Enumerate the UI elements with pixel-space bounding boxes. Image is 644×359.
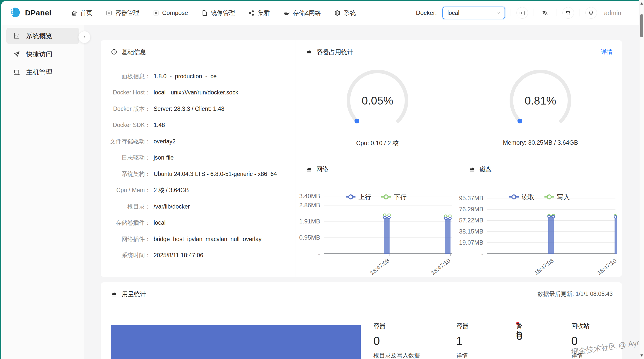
info-label: 文件存储驱动：	[101, 138, 151, 145]
legend-item[interactable]: 写入	[544, 193, 570, 200]
sidebar-item-overview[interactable]: 系统概览	[6, 28, 79, 44]
container-stats-panel: 容器占用统计 详情 0.05%Cpu: 0.10 / 2 核0.81%Memor…	[296, 40, 622, 277]
legend-item[interactable]: 上行	[346, 193, 371, 200]
info-value: bridge host ipvlan macvlan null overlay	[154, 236, 261, 243]
sidebar-item-host[interactable]: 主机管理	[6, 64, 79, 80]
nav-item-container[interactable]: 容器管理	[106, 9, 139, 17]
compose-icon	[153, 10, 159, 16]
warning-dot-icon: 警告	[516, 322, 519, 325]
info-value: 1.48	[154, 122, 165, 129]
scrollbar-down-arrow-icon[interactable]	[640, 354, 643, 357]
divider	[534, 9, 534, 16]
area-chart-icon	[306, 166, 312, 172]
svg-text:18:47:08: 18:47:08	[533, 257, 555, 276]
nav-item-label: Compose	[162, 9, 188, 16]
stat-label: 容器	[373, 322, 420, 330]
nav-item-gear[interactable]: 系统	[334, 9, 356, 17]
info-row: Docker 版本：Server: 28.3.3 / Client: 1.48	[101, 101, 296, 117]
divider	[580, 9, 580, 16]
cluster-icon	[248, 10, 255, 16]
nav-item-label: 镜像管理	[211, 9, 235, 17]
svg-text:3.40MB: 3.40MB	[299, 193, 320, 199]
legend-item[interactable]: 下行	[381, 193, 407, 200]
stat-col-2: 容器 1详情	[456, 306, 468, 359]
nav-item-home[interactable]: 首页	[71, 9, 92, 17]
gauge-caption: Cpu: 0.10 / 2 核	[356, 139, 399, 147]
mini-charts: 网络上行下行3.40MB2.86MB1.91MB0.95MB-18:47:081…	[296, 154, 622, 277]
info-value: overlay2	[154, 138, 176, 145]
docker-env-select[interactable]: local	[442, 7, 505, 19]
nav-item-label: 集群	[258, 9, 270, 17]
brand-name: DPanel	[25, 9, 52, 17]
info-label: Docker Host：	[101, 89, 151, 96]
svg-text:76.29MB: 76.29MB	[459, 206, 483, 213]
svg-text:写入: 写入	[557, 193, 570, 200]
tshirt-button[interactable]	[562, 7, 574, 19]
info-row: Docker SDK：1.48	[101, 117, 296, 134]
usage-body: 容器 0根目录及写入数据容器 1详情警告 0回收站 0详情	[101, 306, 622, 359]
sidebar-item-quick[interactable]: 快捷访问	[6, 46, 79, 62]
terminal-button[interactable]	[516, 7, 528, 19]
image-icon	[201, 10, 208, 16]
svg-text:38.15MB: 38.15MB	[459, 228, 483, 235]
stat-label: 容器	[456, 322, 468, 330]
brand[interactable]: DPanel	[9, 7, 52, 19]
usage-card: 用量统计 数据最后更新: 1/1/1 08:05:43 容器 0根目录及写入数据…	[101, 282, 622, 359]
area-chart-icon	[306, 48, 313, 55]
host-icon	[13, 68, 20, 76]
scrollbar-up-arrow-icon[interactable]	[640, 2, 643, 5]
info-label: 系统时间：	[101, 251, 151, 259]
info-label: 日志驱动：	[101, 154, 151, 162]
info-row: 系统架构：Ubuntu 24.04.3 LTS - 6.8.0-51-gener…	[101, 166, 296, 182]
nav-item-image[interactable]: 镜像管理	[201, 9, 235, 17]
whale-icon	[283, 10, 290, 16]
sidebar: 系统概览快捷访问主机管理	[1, 25, 84, 359]
translate-button[interactable]	[539, 7, 551, 19]
info-value: 2025/8/11 18:47:06	[154, 252, 203, 259]
svg-text:18:47:08: 18:47:08	[369, 257, 391, 276]
nav-item-label: 存储&网络	[293, 9, 321, 17]
info-label: 系统架构：	[101, 170, 151, 178]
chart-title: 网络	[316, 165, 328, 173]
nav-item-label: 容器管理	[115, 9, 139, 17]
sidebar-item-label: 主机管理	[26, 68, 52, 77]
nav-item-label: 首页	[80, 9, 92, 17]
usage-bar-chart	[111, 325, 361, 359]
usage-header: 用量统计 数据最后更新: 1/1/1 08:05:43	[101, 282, 622, 306]
container-stats-detail-link[interactable]: 详情	[601, 48, 613, 56]
svg-text:下行: 下行	[394, 193, 407, 200]
svg-text:上行: 上行	[359, 193, 371, 200]
info-value: 1.8.0 - production - ce	[154, 73, 217, 80]
main-content: 基础信息 面板信息：1.8.0 - production - ceDocker …	[84, 25, 644, 359]
bell-button[interactable]	[585, 7, 597, 19]
stat-col-3: 警告 0	[516, 306, 523, 343]
nav-item-compose[interactable]: Compose	[153, 9, 188, 16]
container-stats-title: 容器占用统计	[317, 48, 353, 56]
info-row: 网络插件：bridge host ipvlan macvlan null ove…	[101, 231, 296, 247]
stat-detail-link[interactable]: 详情	[456, 352, 468, 359]
docker-select-label: Docker:	[416, 9, 437, 16]
svg-text:57.22MB: 57.22MB	[459, 217, 483, 224]
sidebar-collapse-button[interactable]	[78, 31, 90, 43]
info-row: 日志驱动：json-file	[101, 150, 296, 166]
stat-value: 0	[373, 334, 420, 348]
scrollbar-thumb[interactable]	[640, 14, 643, 37]
current-user[interactable]: admin	[604, 9, 621, 17]
basic-info-panel: 基础信息 面板信息：1.8.0 - production - ceDocker …	[101, 40, 296, 277]
info-value: Server: 28.3.3 / Client: 1.48	[154, 106, 224, 112]
chart-title: 磁盘	[480, 165, 492, 173]
nav-item-whale[interactable]: 存储&网络	[283, 9, 321, 17]
navbar-right: Docker: local admin	[416, 7, 621, 19]
docker-env-value: local	[447, 10, 495, 16]
svg-text:-: -	[481, 250, 483, 257]
legend-item[interactable]: 读取	[509, 193, 534, 200]
divider	[557, 9, 557, 16]
gauges: 0.05%Cpu: 0.10 / 2 核0.81%Memory: 30.25MB…	[296, 64, 622, 154]
vertical-scrollbar[interactable]	[639, 0, 644, 359]
info-row: 存储卷插件：local	[101, 215, 296, 231]
container-icon	[106, 10, 112, 16]
area-chart-icon	[469, 166, 475, 172]
nav-item-cluster[interactable]: 集群	[248, 9, 270, 17]
info-value: json-file	[154, 154, 174, 161]
dpanel-logo-whale-icon	[9, 7, 21, 19]
